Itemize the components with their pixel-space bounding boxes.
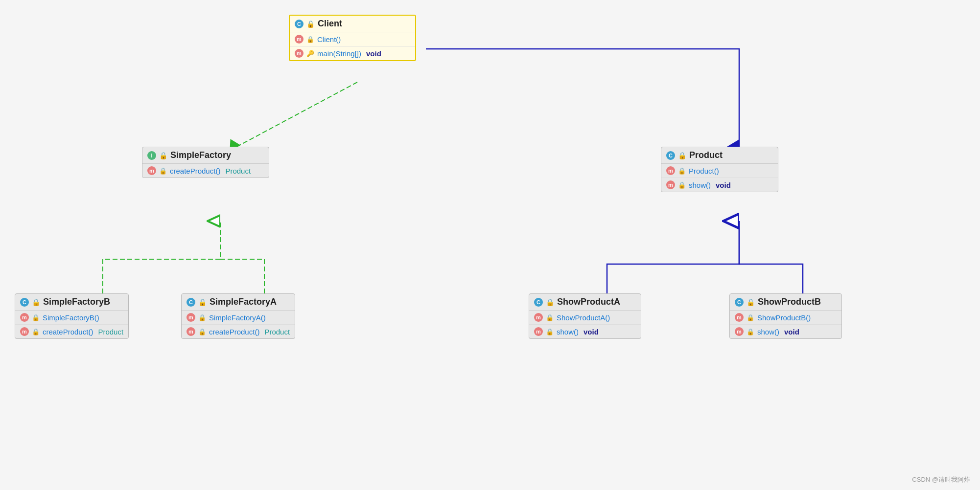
product-lock-icon: 🔒 [678,152,686,159]
sfa-badge-m: m [187,313,195,322]
sfb-method-create: m 🔒 createProduct() Product [15,325,128,338]
sf-label: SimpleFactory [170,150,231,160]
spb-badge-m: m [735,313,744,322]
spb-constructor-text: ShowProductB() [757,313,811,322]
sf-badge-m: m [147,166,156,175]
sfa-lock-icon: 🔒 [198,298,207,306]
method-badge-m: m [295,35,303,44]
spa-constructor-text: ShowProductA() [557,313,610,322]
sf-ret: Product [225,167,251,175]
spa-badge-m: m [534,313,543,322]
spb-badge-c: C [735,298,744,307]
spb-method-constructor: m 🔒 ShowProductB() [730,311,841,325]
product-method-constructor: m 🔒 Product() [661,164,778,178]
product-header: C 🔒 Product [661,147,778,164]
method-text: Client() [317,35,341,44]
spb-method-show: m 🔒 show() void [730,325,841,338]
spa-badge-m2: m [534,327,543,336]
sfb-ret: Product [98,328,123,336]
sfb-label: SimpleFactoryB [43,297,110,307]
spa-lock: 🔒 [546,314,554,321]
sfb-badge-m2: m [20,327,29,336]
simplefactory-header: I 🔒 SimpleFactory [142,147,269,164]
spa-label: ShowProductA [557,297,620,307]
client-label: Client [318,19,342,29]
method-key: 🔑 [306,50,314,57]
product-lock2: 🔒 [678,181,686,189]
product-label: Product [689,150,723,160]
sfb-lock: 🔒 [32,314,40,321]
product-badge-m: m [666,166,675,175]
spa-lock-icon: 🔒 [546,298,554,306]
product-badge-c: C [666,151,675,160]
sfa-badge-c: C [187,298,195,307]
sf-method-text: createProduct() [170,167,220,175]
simplefactory-box: I 🔒 SimpleFactory m 🔒 createProduct() Pr… [142,147,269,178]
svg-line-5 [235,82,357,148]
spb-label: ShowProductB [758,297,821,307]
sf-badge-i: I [147,151,156,160]
spa-lock2: 🔒 [546,328,554,335]
watermark: CSDN @请叫我阿炸 [912,475,970,484]
sfb-header: C 🔒 SimpleFactoryB [15,294,128,311]
spa-badge-c: C [534,298,543,307]
simplefactoryb-box: C 🔒 SimpleFactoryB m 🔒 SimpleFactoryB() … [15,293,129,339]
client-method-constructor: m 🔒 Client() [290,32,415,46]
product-lock: 🔒 [678,167,686,175]
spa-method-constructor: m 🔒 ShowProductA() [529,311,641,325]
spb-show-ret: void [784,328,799,336]
client-method-main: m 🔑 main(String[]) void [290,46,415,60]
product-box: C 🔒 Product m 🔒 Product() m 🔒 show() voi… [661,147,778,192]
sfa-constructor-text: SimpleFactoryA() [209,313,266,322]
showproducta-box: C 🔒 ShowProductA m 🔒 ShowProductA() m 🔒 … [529,293,641,339]
client-header: C 🔒 Client [290,16,415,32]
sfa-lock2: 🔒 [198,328,206,335]
spa-show-text: show() [557,328,579,336]
spa-header: C 🔒 ShowProductA [529,294,641,311]
sfb-lock2: 🔒 [32,328,40,335]
spb-show-text: show() [757,328,779,336]
client-badge-c: C [295,20,303,28]
method-badge-m2: m [295,49,303,58]
method-lock: 🔒 [306,36,314,43]
sf-lock: 🔒 [159,167,167,175]
sfb-constructor-text: SimpleFactoryB() [43,313,99,322]
product-show-ret: void [716,181,731,189]
spb-header: C 🔒 ShowProductB [730,294,841,311]
spb-lock: 🔒 [747,314,754,321]
sf-method-create: m 🔒 createProduct() Product [142,164,269,178]
product-badge-m2: m [666,180,675,189]
spb-lock-icon: 🔒 [747,298,755,306]
product-constructor-text: Product() [689,167,719,175]
simplefactorya-box: C 🔒 SimpleFactoryA m 🔒 SimpleFactoryA() … [181,293,295,339]
product-show-text: show() [689,181,711,189]
sfa-badge-m2: m [187,327,195,336]
sfb-create-text: createProduct() [43,328,93,336]
sfa-lock: 🔒 [198,314,206,321]
sfb-badge-c: C [20,298,29,307]
client-box: C 🔒 Client m 🔒 Client() m 🔑 main(String[… [289,15,416,61]
diagram-canvas: C 🔒 Client m 🔒 Client() m 🔑 main(String[… [0,0,980,490]
sfa-ret: Product [264,328,290,336]
client-lock-icon: 🔒 [306,20,315,28]
method-main-ret: void [366,49,381,58]
spb-badge-m2: m [735,327,744,336]
sfb-badge-m: m [20,313,29,322]
spa-method-show: m 🔒 show() void [529,325,641,338]
spa-show-ret: void [583,328,599,336]
sfa-method-create: m 🔒 createProduct() Product [182,325,295,338]
sfa-create-text: createProduct() [209,328,259,336]
sf-lock-icon: 🔒 [159,152,167,159]
sfa-method-constructor: m 🔒 SimpleFactoryA() [182,311,295,325]
sfb-lock-icon: 🔒 [32,298,40,306]
arrows-svg [0,0,980,490]
spb-lock2: 🔒 [747,328,754,335]
showproductb-box: C 🔒 ShowProductB m 🔒 ShowProductB() m 🔒 … [729,293,842,339]
method-main-text: main(String[]) [317,49,361,58]
sfb-method-constructor: m 🔒 SimpleFactoryB() [15,311,128,325]
product-method-show: m 🔒 show() void [661,178,778,192]
sfa-header: C 🔒 SimpleFactoryA [182,294,295,311]
sfa-label: SimpleFactoryA [210,297,277,307]
